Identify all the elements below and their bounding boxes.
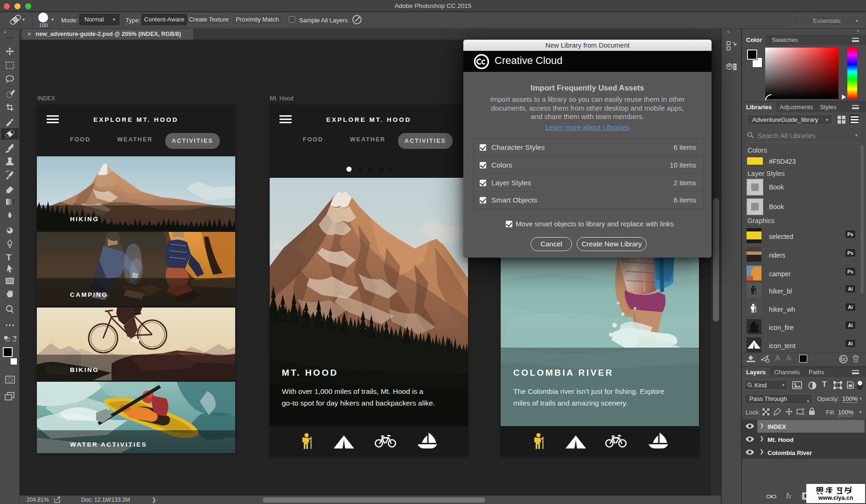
svg-text:»: » xyxy=(4,29,7,35)
svg-text:T: T xyxy=(6,252,12,262)
